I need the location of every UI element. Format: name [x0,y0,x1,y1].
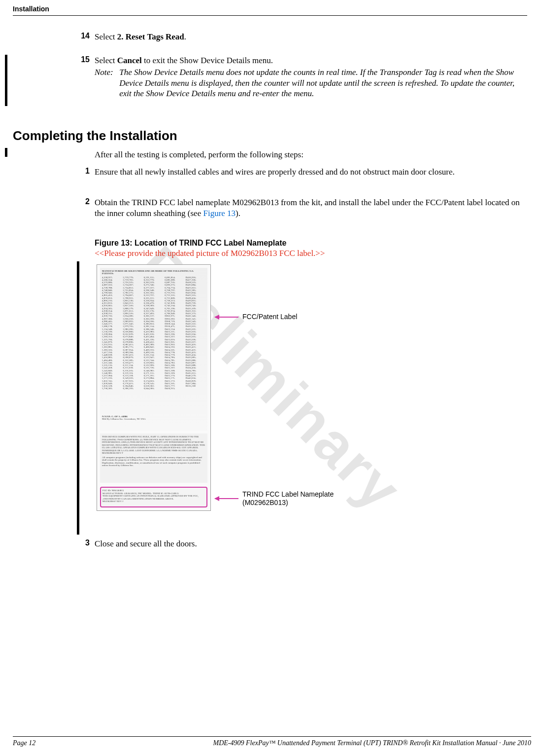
step-text-post: . [184,32,186,41]
step-3: 3 Close and secure all the doors. [78,539,528,549]
step-15: 15 Select Cancel to exit the Show Device… [78,55,528,99]
step-text-a: Obtain the TRIND FCC label nameplate M02… [95,198,520,218]
section-title: Installation [13,5,49,13]
step-number: 15 [77,55,90,64]
arrow-icon [215,317,238,318]
callout-text-a: TRIND FCC Label Nameplate [242,490,334,498]
patent-numbers: 4,558,927; 4,566,504; 4,570,686; 4,687,0… [102,276,205,414]
page-number: Page 12 [13,739,35,747]
patent-header: MANUFACTURED OR SOLD UNDER ONE OR MORE O… [102,270,205,275]
step-text-post: to exit the Show Device Details menu. [142,56,273,65]
step-text: Ensure that all newly installed cables a… [95,167,528,178]
step-text: Select 2. Reset Tags Read. [95,32,186,41]
step-text-bold: 2. Reset Tags Read [117,32,184,41]
revision-bar [5,148,7,157]
step-text: Select Cancel to exit the Show Device De… [95,56,273,65]
page: Preliminary Installation 14 Select 2. Re… [0,0,540,756]
figure-caption: Figure 13: Location of TRIND FCC Label N… [95,239,528,248]
step-text-bold: Cancel [117,56,142,65]
step-text-pre: Select [95,56,117,65]
step-text-b: ). [236,209,240,218]
note: Note: The Show Device Details menu does … [95,67,528,99]
footer: Page 12 MDE-4909 FlexPay™ Unattended Pay… [13,736,531,747]
step-1: 1 Ensure that all newly installed cables… [78,167,528,178]
callout-fcc-patent: FCC/Patent Label [242,313,297,321]
trind-text: FCC ID: N85G60815 MANUFACTURER: GILBARCO… [102,489,205,503]
doc-title: MDE-4909 FlexPay™ Unattended Payment Ter… [213,739,531,747]
arrow-icon [215,498,238,499]
intro-text: After all the testing is completed, perf… [95,150,528,160]
figure-placeholder-note: <<Please provide the updated picture of … [95,249,528,258]
figure-13: MANUFACTURED OR SOLD UNDER ONE OR MORE O… [95,262,430,514]
heading-completing-installation: Completing the Installation [13,128,177,144]
running-header: Installation [13,4,527,16]
compliance-text: THIS DEVICE COMPLIES WITH FCC RULE, PART… [102,435,205,455]
patent-label-area: MANUFACTURED OR SOLD UNDER ONE OR MORE O… [100,268,207,431]
revision-bar [5,55,7,106]
note-text: The Show Device Details menu does not up… [119,67,527,99]
figure-link[interactable]: Figure 13 [203,209,236,218]
trind-fcc-label: FCC ID: N85G60815 MANUFACTURER: GILBARCO… [100,487,207,507]
callout-trind-fcc: TRIND FCC Label Nameplate (M02962B013) [242,490,334,507]
callout-text-b: (M02962B013) [242,499,288,506]
label-photo: MANUFACTURED OR SOLD UNDER ONE OR MORE O… [97,264,211,511]
step-text: Obtain the TRIND FCC label nameplate M02… [95,197,528,219]
step-text-pre: Select [95,32,117,41]
note-label: Note: [95,67,117,78]
step-14: 14 Select 2. Reset Tags Read. [78,32,528,42]
step-number: 1 [77,167,90,176]
step-2: 2 Obtain the TRIND FCC label nameplate M… [78,197,528,219]
step-number: 2 [77,197,90,206]
step-number: 3 [77,539,90,547]
mfg: Mfd By Gilbarco Inc. Greensboro, NC USA [102,418,205,420]
step-text: Close and secure all the doors. [95,539,528,549]
compliance-block: THIS DEVICE COMPLIES WITH FCC RULE, PART… [100,433,207,483]
copyright-text: All computer programs (including softwar… [102,456,205,467]
step-number: 14 [77,32,90,40]
